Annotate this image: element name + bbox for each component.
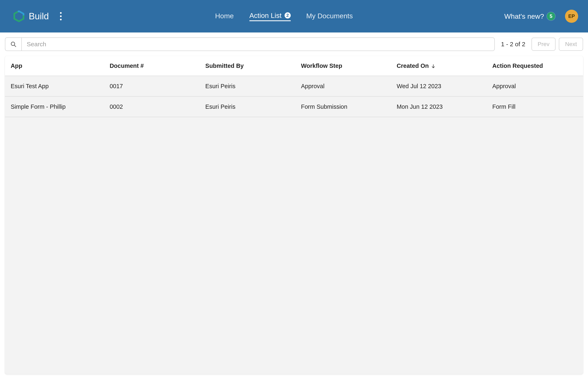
col-workflow-step[interactable]: Workflow Step: [297, 62, 393, 69]
col-document-number[interactable]: Document #: [106, 62, 201, 69]
brand-name: Build: [29, 11, 49, 21]
next-button[interactable]: Next: [559, 38, 583, 51]
pager: Prev Next: [531, 38, 583, 51]
col-action-requested-label: Action Requested: [492, 62, 543, 69]
col-action-requested[interactable]: Action Requested: [488, 62, 578, 69]
brand[interactable]: Build: [13, 11, 49, 22]
table-row[interactable]: Simple Form - Phillip0002Esuri PeirisFor…: [5, 97, 583, 117]
nav-home[interactable]: Home: [215, 12, 234, 21]
app-header: Build Home Action List 2 My Documents Wh…: [0, 0, 588, 33]
svg-line-3: [14, 45, 16, 47]
more-menu-icon[interactable]: [58, 10, 64, 23]
brand-logo-icon: [13, 11, 25, 22]
cell-app: Esuri Test App: [10, 83, 106, 90]
prev-button[interactable]: Prev: [531, 38, 556, 51]
table-row[interactable]: Esuri Test App0017Esuri PeirisApprovalWe…: [5, 76, 583, 97]
nav-action-list-label: Action List: [249, 12, 282, 20]
col-submitted-by[interactable]: Submitted By: [201, 62, 297, 69]
primary-nav: Home Action List 2 My Documents: [64, 12, 504, 21]
search-container: [5, 37, 495, 51]
cell-action-requested: Form Fill: [488, 103, 578, 110]
table-body: Esuri Test App0017Esuri PeirisApprovalWe…: [5, 76, 583, 117]
cell-submitted-by: Esuri Peiris: [201, 103, 297, 110]
col-app-label: App: [11, 62, 22, 69]
cell-workflow-step: Form Submission: [297, 103, 393, 110]
nav-action-list[interactable]: Action List 2: [249, 12, 291, 21]
cell-created-on: Mon Jun 12 2023: [393, 103, 488, 110]
cell-submitted-by: Esuri Peiris: [201, 83, 297, 90]
page-info: 1 - 2 of 2: [501, 41, 525, 48]
table-header-row: App Document # Submitted By Workflow Ste…: [5, 56, 583, 76]
cell-app: Simple Form - Phillip: [10, 103, 106, 110]
cell-workflow-step: Approval: [297, 83, 393, 90]
col-document-number-label: Document #: [110, 62, 144, 69]
col-workflow-step-label: Workflow Step: [301, 62, 342, 69]
col-app[interactable]: App: [10, 62, 106, 69]
sort-descending-icon: [431, 63, 436, 68]
avatar[interactable]: EP: [565, 10, 578, 23]
whats-new-link[interactable]: What's new? 5: [504, 12, 555, 20]
nav-my-documents-label: My Documents: [306, 12, 353, 20]
col-created-on-label: Created On: [397, 62, 429, 69]
cell-action-requested: Approval: [488, 83, 578, 90]
toolbar: 1 - 2 of 2 Prev Next: [0, 33, 588, 53]
whats-new-badge: 5: [547, 12, 555, 20]
search-icon: [5, 38, 22, 51]
cell-created-on: Wed Jul 12 2023: [393, 83, 488, 90]
nav-home-label: Home: [215, 12, 234, 20]
cell-doc: 0017: [106, 83, 201, 90]
col-submitted-by-label: Submitted By: [205, 62, 244, 69]
cell-doc: 0002: [106, 103, 201, 110]
search-input[interactable]: [22, 41, 494, 48]
header-right: What's new? 5 EP: [504, 10, 578, 23]
nav-my-documents[interactable]: My Documents: [306, 12, 353, 21]
col-created-on[interactable]: Created On: [393, 62, 488, 69]
whats-new-label: What's new?: [504, 12, 544, 20]
action-list-panel: App Document # Submitted By Workflow Ste…: [5, 56, 583, 374]
avatar-initials: EP: [568, 13, 575, 19]
nav-action-list-badge: 2: [285, 12, 291, 19]
